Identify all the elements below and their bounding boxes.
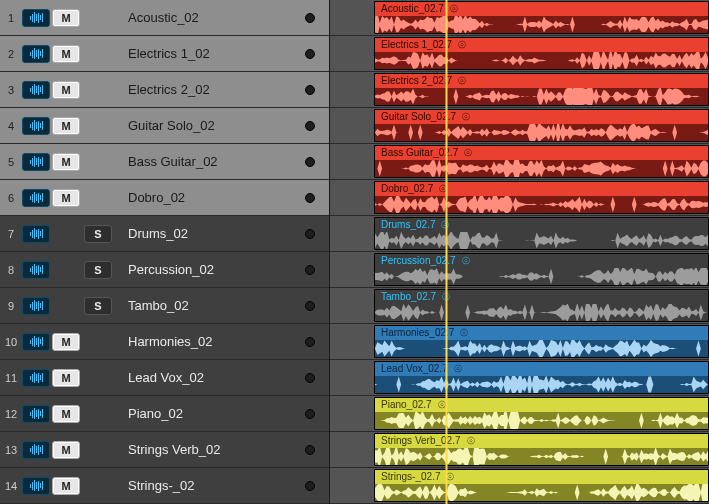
track-name-label[interactable]: Electrics 1_02 (116, 46, 301, 61)
waveform-icon[interactable] (22, 81, 50, 99)
track-lane[interactable]: Guitar Solo_02.7⦾ (330, 108, 709, 144)
clip-header[interactable]: Lead Vox_02.7⦾ (375, 362, 708, 376)
track-lane[interactable]: Piano_02.7⦾ (330, 396, 709, 432)
clip-header[interactable]: Electrics 1_02.7⦾ (375, 38, 708, 52)
track-lane[interactable]: Strings Verb_02.7⦾ (330, 432, 709, 468)
track-header[interactable]: 11MLead Vox_02 (0, 360, 329, 396)
track-lane[interactable]: Electrics 1_02.7⦾ (330, 36, 709, 72)
track-header[interactable]: 10MHarmonies_02 (0, 324, 329, 360)
audio-clip[interactable]: Strings-_02.7⦾ (374, 469, 709, 502)
waveform-icon[interactable] (22, 297, 50, 315)
audio-clip[interactable]: Bass Guitar_02.7⦾ (374, 145, 709, 178)
clip-header[interactable]: Electrics 2_02.7⦾ (375, 74, 708, 88)
waveform-icon[interactable] (22, 261, 50, 279)
track-header[interactable]: 7SDrums_02 (0, 216, 329, 252)
audio-clip[interactable]: Acoustic_02.7⦾ (374, 1, 709, 34)
clip-header[interactable]: Tambo_02.7⦾ (375, 290, 708, 304)
track-lane[interactable]: Harmonies_02.7⦾ (330, 324, 709, 360)
audio-clip[interactable]: Harmonies_02.7⦾ (374, 325, 709, 358)
clip-header[interactable]: Strings Verb_02.7⦾ (375, 434, 708, 448)
clip-header[interactable]: Percussion_02.7⦾ (375, 254, 708, 268)
waveform-icon[interactable] (22, 153, 50, 171)
clip-header[interactable]: Acoustic_02.7⦾ (375, 2, 708, 16)
clip-header[interactable]: Bass Guitar_02.7⦾ (375, 146, 708, 160)
track-lane[interactable]: Drums_02.7⦾ (330, 216, 709, 252)
solo-button[interactable]: S (84, 261, 112, 279)
mute-button[interactable]: M (52, 441, 80, 459)
mute-button[interactable]: M (52, 189, 80, 207)
track-name-label[interactable]: Dobro_02 (116, 190, 301, 205)
track-name-label[interactable]: Percussion_02 (116, 262, 301, 277)
audio-clip[interactable]: Piano_02.7⦾ (374, 397, 709, 430)
audio-clip[interactable]: Electrics 2_02.7⦾ (374, 73, 709, 106)
solo-button[interactable]: S (84, 225, 112, 243)
audio-clip[interactable]: Guitar Solo_02.7⦾ (374, 109, 709, 142)
clip-header[interactable]: Piano_02.7⦾ (375, 398, 708, 412)
track-header[interactable]: 14MStrings-_02 (0, 468, 329, 504)
mute-button[interactable]: M (52, 81, 80, 99)
mute-button[interactable]: M (52, 369, 80, 387)
solo-button[interactable]: S (84, 297, 112, 315)
track-header[interactable]: 6MDobro_02 (0, 180, 329, 216)
track-name-label[interactable]: Harmonies_02 (116, 334, 301, 349)
audio-clip[interactable]: Percussion_02.7⦾ (374, 253, 709, 286)
audio-clip[interactable]: Strings Verb_02.7⦾ (374, 433, 709, 466)
track-lane[interactable]: Acoustic_02.7⦾ (330, 0, 709, 36)
track-name-label[interactable]: Strings Verb_02 (116, 442, 301, 457)
track-header[interactable]: 4MGuitar Solo_02 (0, 108, 329, 144)
audio-clip[interactable]: Electrics 1_02.7⦾ (374, 37, 709, 70)
track-header[interactable]: 5MBass Guitar_02 (0, 144, 329, 180)
waveform-icon[interactable] (22, 477, 50, 495)
track-name-label[interactable]: Strings-_02 (116, 478, 301, 493)
track-lane[interactable]: Percussion_02.7⦾ (330, 252, 709, 288)
track-header[interactable]: 8SPercussion_02 (0, 252, 329, 288)
track-header[interactable]: 3MElectrics 2_02 (0, 72, 329, 108)
track-lane[interactable]: Dobro_02.7⦾ (330, 180, 709, 216)
audio-clip[interactable]: Tambo_02.7⦾ (374, 289, 709, 322)
track-lane[interactable]: Bass Guitar_02.7⦾ (330, 144, 709, 180)
mute-button[interactable]: M (52, 153, 80, 171)
waveform-icon[interactable] (22, 189, 50, 207)
waveform-icon[interactable] (22, 333, 50, 351)
waveform-icon[interactable] (22, 405, 50, 423)
track-lane[interactable]: Lead Vox_02.7⦾ (330, 360, 709, 396)
waveform-icon[interactable] (22, 441, 50, 459)
waveform-icon[interactable] (22, 369, 50, 387)
timeline-area[interactable]: Acoustic_02.7⦾Electrics 1_02.7⦾Electrics… (330, 0, 709, 504)
track-name-label[interactable]: Drums_02 (116, 226, 301, 241)
track-header[interactable]: 12MPiano_02 (0, 396, 329, 432)
audio-clip[interactable]: Drums_02.7⦾ (374, 217, 709, 250)
mute-button[interactable]: M (52, 405, 80, 423)
track-name-label[interactable]: Tambo_02 (116, 298, 301, 313)
waveform-icon[interactable] (22, 9, 50, 27)
audio-clip[interactable]: Dobro_02.7⦾ (374, 181, 709, 214)
track-header[interactable]: 13MStrings Verb_02 (0, 432, 329, 468)
track-lane[interactable]: Strings-_02.7⦾ (330, 468, 709, 504)
track-name-label[interactable]: Guitar Solo_02 (116, 118, 301, 133)
track-lane[interactable]: Tambo_02.7⦾ (330, 288, 709, 324)
track-name-label[interactable]: Electrics 2_02 (116, 82, 301, 97)
track-name-label[interactable]: Bass Guitar_02 (116, 154, 301, 169)
waveform-icon[interactable] (22, 45, 50, 63)
clip-header[interactable]: Drums_02.7⦾ (375, 218, 708, 232)
track-name-label[interactable]: Piano_02 (116, 406, 301, 421)
mute-button[interactable]: M (52, 117, 80, 135)
mute-button[interactable]: M (52, 45, 80, 63)
mute-button[interactable]: M (52, 9, 80, 27)
track-header[interactable]: 9STambo_02 (0, 288, 329, 324)
clip-header[interactable]: Harmonies_02.7⦾ (375, 326, 708, 340)
track-name-label[interactable]: Lead Vox_02 (116, 370, 301, 385)
waveform-icon[interactable] (22, 225, 50, 243)
waveform-icon[interactable] (22, 117, 50, 135)
clip-header[interactable]: Strings-_02.7⦾ (375, 470, 708, 484)
clip-header[interactable]: Dobro_02.7⦾ (375, 182, 708, 196)
track-header[interactable]: 1MAcoustic_02 (0, 0, 329, 36)
mute-button[interactable]: M (52, 477, 80, 495)
track-lane[interactable]: Electrics 2_02.7⦾ (330, 72, 709, 108)
audio-clip[interactable]: Lead Vox_02.7⦾ (374, 361, 709, 394)
playhead[interactable] (446, 0, 447, 504)
track-name-label[interactable]: Acoustic_02 (116, 10, 301, 25)
mute-button[interactable]: M (52, 333, 80, 351)
clip-header[interactable]: Guitar Solo_02.7⦾ (375, 110, 708, 124)
track-header[interactable]: 2MElectrics 1_02 (0, 36, 329, 72)
